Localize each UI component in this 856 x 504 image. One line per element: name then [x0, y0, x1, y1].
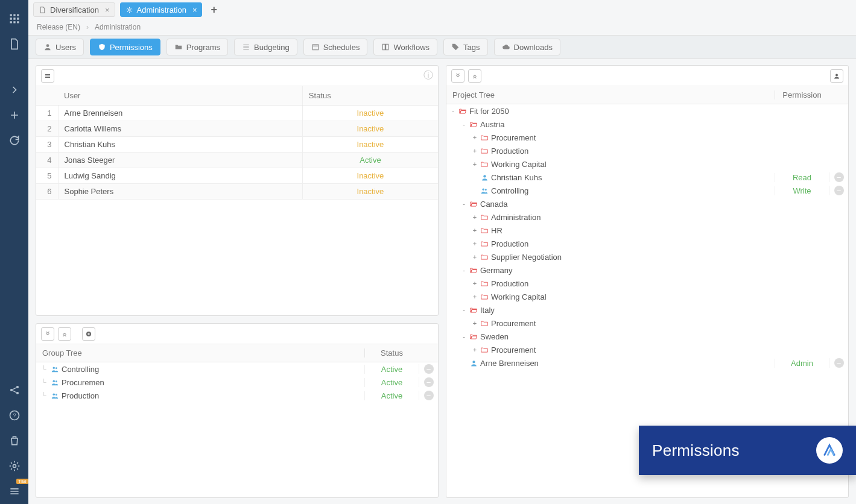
table-row[interactable]: 3 Christian Kuhs Inactive: [36, 137, 438, 153]
tree-row[interactable]: + Working Capital: [446, 157, 848, 171]
info-icon[interactable]: ⓘ: [423, 69, 433, 82]
node-label: Working Capital: [491, 160, 547, 169]
close-icon[interactable]: ×: [105, 5, 110, 14]
subtab-workflows[interactable]: Workflows: [373, 39, 437, 55]
tree-row[interactable]: └ Controlling Active −: [36, 362, 438, 376]
tree-row[interactable]: Arne Brenneisen Admin −: [446, 356, 848, 370]
node-label: Sweden: [480, 332, 509, 341]
user-button[interactable]: [830, 69, 843, 83]
tree-row[interactable]: └ Production Active −: [36, 389, 438, 402]
toggle-icon[interactable]: +: [472, 320, 478, 327]
toggle-icon[interactable]: -: [461, 200, 467, 207]
grid-icon[interactable]: [5, 10, 24, 28]
expand-all-button[interactable]: [41, 327, 54, 341]
tree-row[interactable]: + Supplier Negotiation: [446, 250, 848, 263]
user-name: Ludwig Sandig: [58, 168, 302, 184]
tree-row[interactable]: - Fit for 2050: [446, 104, 848, 118]
tree-row[interactable]: + Procurement: [446, 317, 848, 330]
remove-button[interactable]: −: [834, 172, 844, 182]
remove-button[interactable]: −: [834, 358, 844, 368]
remove-button[interactable]: −: [424, 377, 434, 387]
toggle-icon[interactable]: -: [450, 107, 456, 115]
table-row[interactable]: 4 Jonas Steeger Active: [36, 153, 438, 168]
toggle-icon[interactable]: +: [472, 227, 478, 234]
tab-administration[interactable]: Administration ×: [120, 2, 203, 17]
subtab-budgeting[interactable]: Budgeting: [234, 39, 297, 55]
toggle-icon[interactable]: +: [472, 213, 478, 221]
table-row[interactable]: 2 Carlotta Willems Inactive: [36, 121, 438, 137]
tree-row[interactable]: + Production: [446, 277, 848, 290]
menu-button[interactable]: [41, 69, 54, 83]
close-icon[interactable]: ×: [192, 5, 197, 14]
table-row[interactable]: 1 Arne Brenneisen Inactive: [36, 106, 438, 121]
tree-row[interactable]: + Procurement: [446, 343, 848, 356]
toggle-icon[interactable]: +: [472, 293, 478, 300]
add-group-button[interactable]: [82, 327, 95, 341]
expand-all-button[interactable]: [451, 69, 464, 83]
table-row[interactable]: 6 Sophie Peters Inactive: [36, 184, 438, 200]
tree-row[interactable]: Controlling Write −: [446, 184, 848, 197]
trash-icon[interactable]: [5, 432, 24, 450]
share-icon[interactable]: [5, 381, 24, 399]
folder-icon: [174, 43, 183, 51]
toggle-icon[interactable]: -: [461, 266, 467, 274]
permission-value: Admin: [775, 359, 829, 368]
tab-diversification[interactable]: Diversification ×: [33, 2, 115, 17]
tree-row[interactable]: + Production: [446, 144, 848, 157]
plus-icon[interactable]: [5, 106, 24, 124]
tree-row[interactable]: - Canada: [446, 197, 848, 210]
user-status: Inactive: [302, 168, 438, 184]
toggle-icon[interactable]: +: [472, 253, 478, 260]
tree-row[interactable]: Christian Kuhs Read −: [446, 171, 848, 184]
subtab-users[interactable]: Users: [36, 39, 84, 55]
table-row[interactable]: 5 Ludwig Sandig Inactive: [36, 168, 438, 184]
refresh-icon[interactable]: [5, 131, 24, 150]
gear-icon[interactable]: [5, 457, 24, 475]
toggle-icon[interactable]: -: [461, 306, 467, 313]
menu-icon[interactable]: Trial: [5, 482, 24, 500]
toggle-icon[interactable]: +: [472, 160, 478, 168]
subtab-downloads[interactable]: Downloads: [494, 39, 560, 55]
breadcrumb-root[interactable]: Release (EN): [37, 23, 80, 31]
node-label: Austria: [480, 120, 504, 129]
tree-row[interactable]: + Procurement: [446, 131, 848, 144]
help-icon[interactable]: ?: [5, 406, 24, 424]
tree-row[interactable]: + Administration: [446, 210, 848, 224]
add-tab-button[interactable]: +: [207, 4, 221, 16]
tree-row[interactable]: - Sweden: [446, 330, 848, 343]
tree-row[interactable]: - Austria: [446, 118, 848, 131]
chevron-right-icon[interactable]: [5, 81, 24, 99]
tree-row[interactable]: └ Procuremen Active −: [36, 376, 438, 389]
toggle-icon[interactable]: +: [472, 147, 478, 154]
toggle-icon[interactable]: +: [472, 346, 478, 353]
collapse-all-button[interactable]: [468, 69, 481, 83]
svg-point-18: [835, 74, 838, 76]
tree-row[interactable]: + Production: [446, 237, 848, 250]
tree-row[interactable]: + HR: [446, 224, 848, 237]
remove-button[interactable]: −: [424, 364, 434, 374]
folder-icon: [480, 279, 489, 288]
column-user[interactable]: User: [58, 86, 302, 106]
subtab-programs[interactable]: Programs: [166, 39, 228, 55]
subtab-schedules[interactable]: Schedules: [303, 39, 368, 55]
tree-row[interactable]: - Italy: [446, 303, 848, 317]
folder-open-icon: [469, 120, 478, 128]
collapse-all-button[interactable]: [58, 327, 71, 341]
tree-row[interactable]: + Working Capital: [446, 290, 848, 303]
file-icon[interactable]: [5, 35, 24, 53]
permission-value: Read: [775, 173, 829, 182]
toggle-icon[interactable]: -: [461, 121, 467, 128]
tab-label: Diversification: [50, 5, 99, 14]
column-status[interactable]: Status: [302, 86, 438, 106]
subtab-permissions[interactable]: Permissions: [90, 39, 160, 55]
toggle-icon[interactable]: +: [472, 134, 478, 141]
toggle-icon[interactable]: +: [472, 280, 478, 287]
toggle-icon[interactable]: -: [461, 333, 467, 340]
tree-row[interactable]: - Germany: [446, 263, 848, 277]
remove-button[interactable]: −: [424, 391, 434, 400]
remove-button[interactable]: −: [834, 186, 844, 195]
subtab-tags[interactable]: Tags: [443, 39, 487, 55]
toggle-icon[interactable]: +: [472, 240, 478, 247]
group-icon: [51, 378, 59, 386]
subtab-label: Workflows: [393, 43, 430, 52]
